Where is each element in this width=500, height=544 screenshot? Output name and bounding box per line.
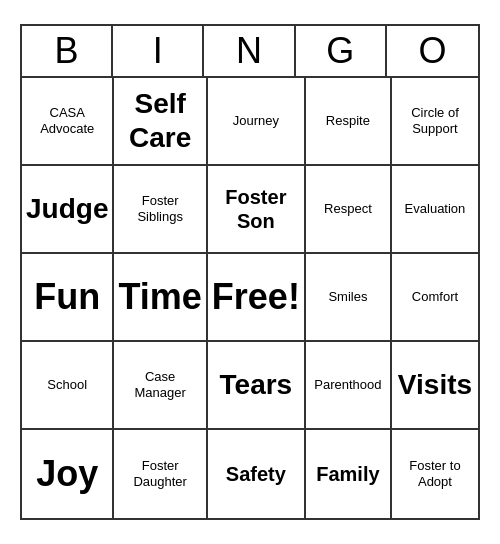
bingo-cell: Comfort	[392, 254, 478, 342]
bingo-cell: Foster Daughter	[114, 430, 207, 518]
bingo-cell: Respite	[306, 78, 392, 166]
bingo-cell: Journey	[208, 78, 306, 166]
bingo-header: BINGO	[22, 26, 478, 78]
header-letter: O	[387, 26, 478, 76]
bingo-cell: Smiles	[306, 254, 392, 342]
bingo-cell: CASA Advocate	[22, 78, 114, 166]
bingo-cell: Family	[306, 430, 392, 518]
bingo-card: BINGO CASA AdvocateSelf CareJourneyRespi…	[20, 24, 480, 520]
header-letter: I	[113, 26, 204, 76]
header-letter: G	[296, 26, 387, 76]
bingo-cell: Circle of Support	[392, 78, 478, 166]
bingo-cell: Respect	[306, 166, 392, 254]
bingo-cell: Joy	[22, 430, 114, 518]
header-letter: N	[204, 26, 295, 76]
header-letter: B	[22, 26, 113, 76]
bingo-cell: Evaluation	[392, 166, 478, 254]
bingo-cell: Time	[114, 254, 207, 342]
bingo-cell: Case Manager	[114, 342, 207, 430]
bingo-cell: School	[22, 342, 114, 430]
bingo-cell: Fun	[22, 254, 114, 342]
bingo-cell: Visits	[392, 342, 478, 430]
bingo-cell: Safety	[208, 430, 306, 518]
bingo-cell: Foster to Adopt	[392, 430, 478, 518]
bingo-cell: Judge	[22, 166, 114, 254]
bingo-cell: Parenthood	[306, 342, 392, 430]
bingo-cell: Self Care	[114, 78, 207, 166]
bingo-grid: CASA AdvocateSelf CareJourneyRespiteCirc…	[22, 78, 478, 518]
bingo-cell: Tears	[208, 342, 306, 430]
bingo-cell: Free!	[208, 254, 306, 342]
bingo-cell: Foster Son	[208, 166, 306, 254]
bingo-cell: Foster Siblings	[114, 166, 207, 254]
